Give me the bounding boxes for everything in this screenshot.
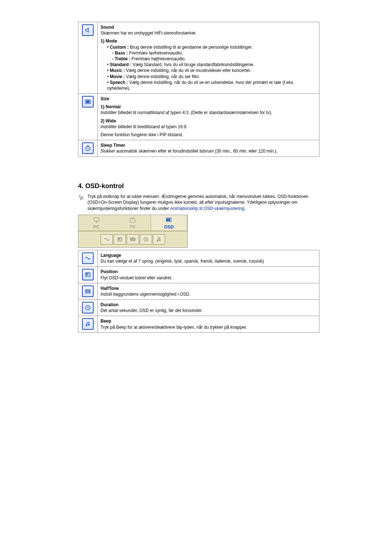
standard-label: Standard : xyxy=(110,62,131,67)
language-cell: Language Du kan vælge et af 7 sprog. (en… xyxy=(98,250,319,266)
sound-mode-title: 1) Mode xyxy=(101,38,316,44)
beep-cell: Beep Tryk på Beep for at aktivere/deakti… xyxy=(98,316,319,332)
halftone-text: Indstil baggrundens uigennemsigtighed i … xyxy=(101,292,191,297)
sleep-cell: Sleep Timer Slukker automatisk skærmen e… xyxy=(98,140,319,157)
tab-osd-label: OSD xyxy=(164,224,173,230)
duration-title: Duration xyxy=(101,302,118,307)
sound-title: Sound xyxy=(101,25,114,30)
movie-text: Vælg denne indstilling, når du ser film. xyxy=(125,74,200,79)
language-text: Du kan vælge et af 7 sprog. (engelsk, ty… xyxy=(101,259,264,264)
svg-rect-12 xyxy=(131,238,135,241)
position-cell: Position Flyt OSD-vinduet lodret eller v… xyxy=(98,267,319,283)
music-label: Music : xyxy=(110,68,125,73)
svg-point-20 xyxy=(86,325,87,326)
sound-intro: Skærmen har en ombygget HiFi-stereoforst… xyxy=(101,31,197,36)
halftone-icon xyxy=(82,285,94,297)
bass-label: - Bass : xyxy=(112,50,128,56)
speech-text: Vælg denne indstilling, når du du vil se… xyxy=(107,80,294,91)
svg-rect-9 xyxy=(169,220,170,221)
halftone-title: HalfTone xyxy=(101,286,119,291)
osd-heading: 4. OSD-kontrol xyxy=(78,182,319,190)
menu-language-icon xyxy=(101,234,113,244)
position-title: Position xyxy=(101,269,118,274)
duration-icon xyxy=(82,302,94,313)
sleep-title: Sleep Timer xyxy=(101,143,125,148)
osd-intro-end: . xyxy=(244,206,245,211)
position-text: Flyt OSD-vinduet lodret eller vandret. xyxy=(101,275,172,280)
tab-tv-label: TV xyxy=(130,224,135,230)
bass-text: Fremhæv lavfrekvensaudio. xyxy=(128,50,183,56)
beep-text: Tryk på Beep for at aktivere/deaktivere … xyxy=(101,325,247,330)
menu-position-icon xyxy=(114,234,126,244)
tab-pc-label: PC xyxy=(93,224,99,230)
sound-cell: Sound Skærmen har en ombygget HiFi-stere… xyxy=(98,22,319,94)
custom-label: Custom : xyxy=(110,45,129,50)
svg-rect-11 xyxy=(119,239,120,240)
svg-rect-1 xyxy=(86,101,89,103)
position-icon xyxy=(82,269,94,280)
osd-intro-block: Tryk på exitknap for at lukke menuen. Æn… xyxy=(78,194,319,212)
language-icon xyxy=(82,252,94,264)
standard-text: Vælg Standard, hvis du vil bruge standar… xyxy=(131,62,254,67)
svg-rect-8 xyxy=(167,220,168,221)
sleep-text: Slukker automatisk skærmen efter et foru… xyxy=(101,149,278,154)
size-cell: Size 1) Normal Indstiller billedet til n… xyxy=(98,94,319,140)
size-wide-title: 2) Wide xyxy=(101,118,316,124)
svg-point-14 xyxy=(157,240,158,241)
tab-osd: OSD xyxy=(151,215,187,231)
beep-title: Beep xyxy=(101,319,111,324)
sleep-timer-icon xyxy=(82,142,94,154)
svg-rect-10 xyxy=(118,238,122,241)
menu-beep-icon xyxy=(153,234,165,244)
menu-halftone-icon xyxy=(127,234,139,244)
size-normal-title: 1) Normal xyxy=(101,104,316,110)
language-title: Language xyxy=(101,253,121,258)
music-text: Vælg denne indstilling, når du vil se mu… xyxy=(125,68,251,73)
size-title: Size xyxy=(101,96,109,101)
treble-text: Fremhæv højfrekvensaudio. xyxy=(130,56,186,61)
osd-options-table: Language Du kan vælge et af 7 sprog. (en… xyxy=(78,250,319,333)
svg-rect-18 xyxy=(86,289,90,293)
svg-rect-7 xyxy=(169,219,170,220)
duration-cell: Duration Det antal sekunder, OSD er synl… xyxy=(98,300,319,316)
svg-rect-3 xyxy=(94,218,99,221)
size-note: Denne funktion fungerer ikke i PIP-tilst… xyxy=(101,132,316,138)
treble-label: - Treble : xyxy=(112,56,130,61)
svg-rect-4 xyxy=(130,219,135,222)
halftone-cell: HalfTone Indstil baggrundens uigennemsig… xyxy=(98,283,319,299)
cursor-hint-icon xyxy=(78,194,85,212)
size-icon xyxy=(82,96,94,108)
speaker-icon xyxy=(82,24,94,36)
svg-rect-17 xyxy=(86,274,88,275)
osd-animation-link[interactable]: Animationsklip til OSD-skærmjustering xyxy=(170,206,244,211)
sound-size-sleep-table: Sound Skærmen har en ombygget HiFi-stere… xyxy=(78,22,319,157)
svg-rect-5 xyxy=(167,218,171,222)
tab-tv: TV xyxy=(114,215,150,231)
size-wide-text: Indstiller billedet til bredtilstand af … xyxy=(101,124,316,130)
duration-text: Det antal sekunder, OSD er synlig, før d… xyxy=(101,308,203,313)
svg-rect-6 xyxy=(167,219,168,220)
size-normal-text: Indstiller billedet til normaltilstand a… xyxy=(101,110,316,116)
menu-duration-icon xyxy=(140,234,152,244)
speech-label: Speech : xyxy=(110,80,128,85)
beep-icon xyxy=(82,318,94,330)
movie-label: Movie : xyxy=(110,74,125,79)
tab-pc: PC xyxy=(78,215,114,231)
osd-menu-graphic: PC TV OSD xyxy=(78,215,188,248)
custom-text: Brug denne indstilling til at gendanne d… xyxy=(129,45,253,50)
